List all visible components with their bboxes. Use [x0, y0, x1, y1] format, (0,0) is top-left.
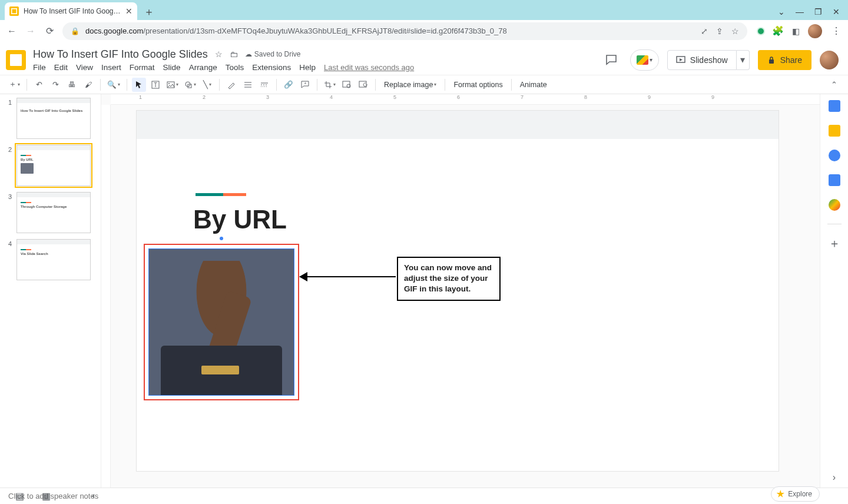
- zoom-button[interactable]: 🔍: [105, 78, 122, 92]
- pen-icon: [227, 81, 236, 89]
- document-title[interactable]: How To Insert GIF Into Google Slides: [33, 48, 208, 61]
- collapse-toolbar-button[interactable]: ⌃: [827, 78, 841, 92]
- tab-close-icon[interactable]: ✕: [125, 6, 132, 16]
- menu-file[interactable]: File: [33, 63, 46, 72]
- keep-icon[interactable]: [829, 125, 840, 137]
- redo-button[interactable]: ↷: [48, 78, 62, 92]
- format-options-button[interactable]: Format options: [450, 78, 506, 92]
- extension-grammarly-icon[interactable]: [758, 28, 764, 34]
- save-status: ☁Saved to Drive: [245, 50, 301, 58]
- calendar-icon[interactable]: [829, 100, 840, 112]
- border-weight-button[interactable]: [241, 78, 255, 92]
- select-tool-button[interactable]: [132, 78, 146, 92]
- reset-image-button[interactable]: [356, 78, 370, 92]
- insert-link-button[interactable]: 🔗: [281, 78, 296, 92]
- canvas-area[interactable]: 1234567899 By URL: [101, 94, 820, 488]
- share-button[interactable]: Share: [758, 50, 811, 70]
- explore-button[interactable]: Explore: [771, 486, 820, 502]
- browser-tab-active[interactable]: How To Insert GIF Into Google Sli ✕: [5, 2, 137, 20]
- account-avatar[interactable]: [820, 51, 839, 69]
- slideshow-button[interactable]: Slideshow: [667, 50, 737, 70]
- menu-slide[interactable]: Slide: [163, 63, 181, 72]
- accent-bar: [196, 193, 246, 196]
- inserted-gif-image[interactable]: [149, 249, 294, 395]
- menu-extensions[interactable]: Extensions: [252, 63, 291, 72]
- tab-overflow-icon[interactable]: ⌄: [778, 7, 785, 16]
- last-edit-link[interactable]: Last edit was seconds ago: [324, 63, 414, 72]
- get-addons-button[interactable]: ＋: [829, 237, 840, 249]
- slide-stage[interactable]: By URL You can now m: [137, 111, 779, 471]
- menu-format[interactable]: Format: [130, 63, 155, 72]
- border-color-button[interactable]: [224, 78, 238, 92]
- animate-button[interactable]: Animate: [516, 78, 551, 92]
- new-slide-button[interactable]: ＋: [7, 78, 22, 92]
- omnibox[interactable]: 🔒 docs.google.com/presentation/d/13sm-dX…: [62, 22, 747, 40]
- paint-format-button[interactable]: 🖌: [81, 78, 95, 92]
- window-maximize-button[interactable]: ❐: [814, 7, 822, 16]
- window-controls: ⌄ — ❐ ✕: [778, 7, 848, 20]
- menu-insert[interactable]: Insert: [101, 63, 121, 72]
- thumb-number: 2: [8, 145, 13, 153]
- textbox-button[interactable]: T: [148, 78, 163, 92]
- share-page-icon[interactable]: ⇪: [716, 26, 723, 36]
- app-header: How To Insert GIF Into Google Slides ☆ 🗀…: [0, 42, 848, 75]
- side-panel-button[interactable]: ◧: [792, 26, 800, 36]
- undo-button[interactable]: ↶: [32, 78, 46, 92]
- zoom-icon[interactable]: ⤢: [701, 26, 708, 36]
- slide-thumbnail-4[interactable]: Via Slide Search: [16, 239, 91, 280]
- browser-toolbar: ← → ⟳ 🔒 docs.google.com/presentation/d/1…: [0, 20, 848, 42]
- nav-forward-button[interactable]: →: [25, 26, 37, 37]
- star-document-icon[interactable]: ☆: [215, 49, 223, 59]
- replace-image-button[interactable]: Replace image: [380, 78, 440, 92]
- hide-side-panel-button[interactable]: ›: [833, 472, 836, 483]
- present-icon: [676, 56, 685, 64]
- print-button[interactable]: 🖶: [65, 78, 79, 92]
- menu-edit[interactable]: Edit: [54, 63, 68, 72]
- meet-icon: [637, 55, 648, 65]
- border-dash-button[interactable]: [257, 78, 271, 92]
- speaker-notes[interactable]: Click to add speaker notes: [0, 488, 848, 504]
- menu-tools[interactable]: Tools: [226, 63, 244, 72]
- slideshow-dropdown-button[interactable]: ▾: [737, 50, 750, 70]
- meet-button[interactable]: ▾: [630, 49, 659, 71]
- line-button[interactable]: ╲: [200, 78, 214, 92]
- slide-thumbnail-1[interactable]: How To Insert GIF Into Google Slides: [16, 98, 91, 139]
- cloud-icon: ☁: [245, 50, 252, 58]
- mask-image-button[interactable]: [340, 78, 354, 92]
- window-minimize-button[interactable]: —: [796, 7, 804, 16]
- horizontal-ruler: 1234567899: [111, 94, 820, 105]
- nav-reload-button[interactable]: ⟳: [44, 25, 55, 37]
- weight-icon: [244, 81, 252, 88]
- slide-heading[interactable]: By URL: [193, 205, 287, 234]
- move-document-icon[interactable]: 🗀: [230, 49, 238, 59]
- window-close-button[interactable]: ✕: [833, 7, 840, 16]
- new-tab-button[interactable]: ＋: [141, 4, 157, 20]
- maps-icon[interactable]: [829, 199, 840, 211]
- crop-icon: [324, 81, 332, 89]
- tasks-icon[interactable]: [829, 150, 840, 161]
- contacts-icon[interactable]: [829, 174, 840, 186]
- menu-view[interactable]: View: [76, 63, 93, 72]
- insert-comment-button[interactable]: +: [298, 78, 312, 92]
- grid-view-button[interactable]: ▦: [42, 490, 51, 502]
- vertical-ruler: [101, 105, 111, 488]
- slide-thumbnail-2[interactable]: By URL: [16, 145, 91, 186]
- slide-thumbnail-3[interactable]: Through Computer Storage: [16, 192, 91, 233]
- rotate-handle[interactable]: [220, 237, 223, 240]
- crop-button[interactable]: [322, 78, 337, 92]
- chrome-menu-button[interactable]: ⋮: [830, 25, 842, 37]
- google-slides-logo-icon[interactable]: [6, 50, 26, 70]
- insert-image-button[interactable]: [165, 78, 180, 92]
- comments-button[interactable]: [601, 49, 622, 71]
- bookmark-star-icon[interactable]: ☆: [731, 26, 739, 36]
- lock-icon: 🔒: [71, 27, 80, 35]
- chrome-profile-avatar[interactable]: [808, 24, 822, 38]
- extensions-button[interactable]: 🧩: [772, 25, 784, 37]
- side-panel: ＋ ›: [820, 94, 848, 488]
- nav-back-button[interactable]: ←: [6, 26, 18, 37]
- menu-arrange[interactable]: Arrange: [189, 63, 217, 72]
- shape-button[interactable]: [183, 78, 198, 92]
- filmstrip-view-button[interactable]: ▤: [15, 490, 24, 502]
- collapse-filmstrip-button[interactable]: ‹: [92, 490, 95, 502]
- menu-help[interactable]: Help: [299, 63, 316, 72]
